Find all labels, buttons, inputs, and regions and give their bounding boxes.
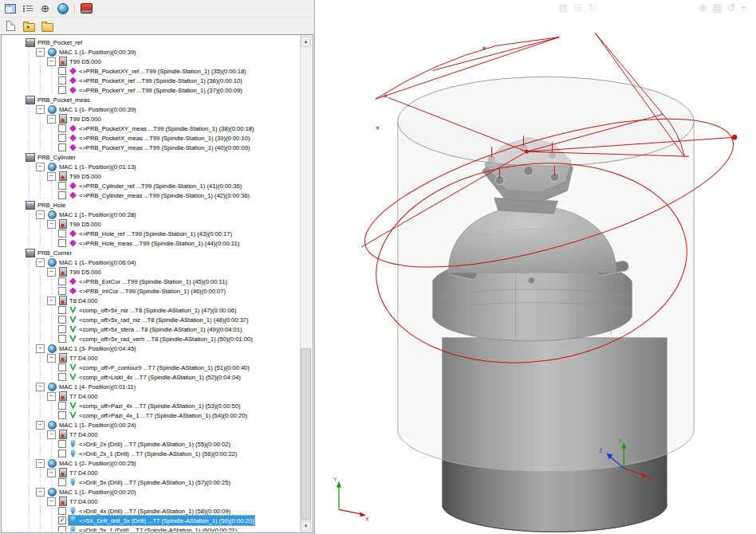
tree-node[interactable]: PRB_Pocket_ref — [25, 37, 83, 47]
tree-row[interactable]: −MAC 1 (1- Position)(0:00:24) — [4, 420, 301, 430]
tree-node[interactable]: MAC 1 (4- Position)(0:01:11) — [47, 382, 136, 391]
tree-row[interactable]: −T99 D5.000 — [4, 171, 301, 181]
tree-node[interactable]: <>Drill_5x (Drill) ...T7 (Spindle-AStati… — [69, 477, 231, 487]
checkbox[interactable] — [58, 77, 66, 84]
tree-node[interactable]: MAC 1 (1- Position)(0:00:39) — [47, 104, 137, 114]
scrollbar[interactable]: ▲ ▼ — [300, 36, 312, 532]
tree-node[interactable]: <comp_off>F_contour9 ...T7 (Spindle-ASta… — [69, 363, 250, 372]
operations-list-button[interactable] — [20, 2, 35, 15]
new-document-button[interactable] — [3, 20, 18, 33]
expander-icon[interactable]: − — [47, 172, 56, 181]
tree-node[interactable]: T7 D4.000 — [58, 430, 98, 439]
tree-node[interactable]: <>PRB_PocketY_ref ...T99 (Spindle-Statio… — [69, 85, 243, 95]
tree-node[interactable]: MAC 1 (1- Position)(0:00:28) — [47, 210, 137, 219]
tree-row[interactable]: <comp_off>Pazi_4x ...T7 (Spindle-AStatio… — [4, 401, 301, 410]
checkbox[interactable] — [58, 67, 66, 75]
tree-row[interactable]: <>PRB_PocketX_ref ...T99 (Spindle-Statio… — [4, 76, 301, 85]
tree-node[interactable]: <>Drill_5x_1 (Drill) ...T7 (Spindle-ASta… — [69, 525, 238, 532]
checkbox[interactable] — [58, 450, 66, 457]
expander-icon[interactable]: − — [47, 497, 56, 506]
checkbox[interactable] — [58, 124, 66, 132]
checkbox[interactable] — [58, 287, 66, 295]
tree-row[interactable]: <>Drill_4x (Drill) ...T7 (Spindle-AStati… — [4, 506, 301, 516]
checkbox[interactable] — [58, 402, 66, 410]
tree-node[interactable]: T99 D5.000 — [58, 219, 102, 229]
tree-row[interactable]: −MAC 1 (4- Position)(0:01:11) — [4, 382, 301, 391]
scroll-thumb[interactable] — [301, 348, 311, 520]
tree-node[interactable]: T99 D5.000 — [58, 57, 102, 66]
tree-node[interactable]: <comp_off>5x_rad_verh ...T8 (Spindle-ASt… — [69, 334, 254, 344]
checkbox[interactable] — [58, 526, 66, 532]
tree-row[interactable]: −MAC 1 (1- Position)(0:00:20) — [4, 487, 301, 497]
expander-icon[interactable]: − — [47, 115, 56, 124]
checkbox[interactable] — [58, 363, 66, 371]
tree-node[interactable]: <comp_off>Pazi_4x_1 ...T7 (Spindle-AStat… — [69, 410, 248, 420]
checkbox[interactable] — [58, 335, 66, 343]
world-view-button[interactable] — [55, 2, 70, 15]
tree-row[interactable]: <>PRB_Hole_ref ...T99 (Spindle-Station_1… — [4, 229, 301, 238]
tree-node[interactable]: <comp_off>Liski_4x ...T7 (Spindle-AStati… — [69, 372, 242, 382]
operations-tree[interactable]: PRB_Pocket_ref−MAC 1 (1- Position)(0:00:… — [2, 36, 301, 532]
tree-node[interactable]: <>Drill_4x (Drill) ...T7 (Spindle-AStati… — [69, 506, 231, 516]
tree-row[interactable]: −T7 D4.000 — [4, 430, 301, 439]
open-folder-button[interactable] — [22, 20, 37, 33]
tree-node[interactable]: <>PRB_PocketY_meas ...T99 (Spindle-Stati… — [69, 143, 250, 152]
tree-row[interactable]: −MAC 1 (1- Position)(0:00:39) — [4, 47, 301, 57]
expander-icon[interactable]: − — [36, 459, 45, 468]
3d-canvas[interactable]: * * * Y X Z Y — [315, 0, 756, 534]
tree-row[interactable]: −MAC 1 (1- Position)(0:00:28) — [4, 210, 301, 219]
checkbox[interactable] — [58, 230, 66, 238]
tree-row[interactable]: <>PRB_PocketXY_meas ...T99 (Spindle-Stat… — [4, 124, 301, 133]
tree-node[interactable]: PRB_Hole — [25, 200, 66, 210]
tree-row[interactable]: <comp_off>5x_niz ...T8 (Spindle-AStation… — [4, 305, 301, 315]
folder-button[interactable] — [40, 20, 55, 33]
tree-node[interactable]: <comp_off>Pazi_4x ...T7 (Spindle-AStatio… — [69, 401, 241, 410]
tree-node[interactable]: PRB_Corner — [25, 248, 73, 257]
checkbox[interactable] — [58, 134, 66, 142]
tree-row[interactable]: −T7 D4.000 — [4, 468, 301, 477]
checkbox[interactable] — [58, 316, 66, 324]
tree-node[interactable]: <>PRB_PocketX_ref ...T99 (Spindle-Statio… — [69, 76, 243, 85]
tree-row[interactable]: <comp_off>Pazi_4x_1 ...T7 (Spindle-AStat… — [4, 410, 301, 420]
tree-row[interactable]: <>Drill_2x (Drill) ...T7 (Spindle-AStati… — [4, 439, 301, 449]
tree-row[interactable]: −MAC 1 (3- Position)(0:04:45) — [4, 344, 301, 353]
checkbox[interactable] — [58, 411, 66, 419]
ghost-tool-icon[interactable]: ▤ — [712, 2, 726, 14]
tree-node[interactable]: MAC 1 (1- Position)(0:00:20) — [47, 487, 137, 497]
tree-node[interactable]: MAC 1 (1- Position)(0:00:39) — [47, 47, 137, 57]
tree-row[interactable]: −MAC 1 (1- Position)(0:00:39) — [4, 104, 301, 114]
tree-node[interactable]: T99 D5.000 — [58, 171, 102, 181]
expander-icon[interactable]: − — [47, 392, 56, 401]
expander-icon[interactable]: − — [36, 488, 45, 497]
tree-node[interactable]: <>PRB_Cylinder_meas ...T99 (Spindle-Stat… — [69, 190, 250, 200]
tree-node[interactable]: <>Drill_2x_1 (Drill) ...T7 (Spindle-ASta… — [69, 449, 238, 458]
tree-row[interactable]: <>PRB_ExtCor ...T99 (Spindle-Station_1) … — [4, 277, 301, 286]
checkbox[interactable] — [58, 182, 66, 190]
checkbox[interactable] — [58, 239, 66, 247]
checkbox[interactable] — [58, 277, 66, 285]
tree-row[interactable]: ✓<>5X_Drill_drill_5x (Drill) ...T7 (Spin… — [4, 516, 301, 525]
expander-icon[interactable]: − — [47, 268, 56, 277]
tree-node[interactable]: <comp_off>5x_sfera ...T8 (Spindle-AStati… — [69, 324, 243, 334]
tree-node[interactable]: MAC 1 (3- Position)(0:04:45) — [47, 344, 137, 353]
expander-icon[interactable]: − — [36, 383, 45, 391]
tree-row[interactable]: PRB_Hole — [4, 200, 301, 210]
tree-row[interactable]: <comp_off>5x_sfera ...T8 (Spindle-AStati… — [4, 324, 301, 334]
tree-row[interactable]: −MAC 1 (1- Position)(0:06:04) — [4, 257, 301, 267]
tree-row[interactable]: −T7 D4.000 — [4, 391, 301, 401]
tree-row[interactable]: <>PRB_PocketXY_ref ...T99 (Spindle-Stati… — [4, 66, 301, 76]
expander-icon[interactable]: − — [47, 296, 56, 305]
tree-node[interactable]: <>PRB_PocketXY_meas ...T99 (Spindle-Stat… — [69, 124, 255, 133]
tree-row[interactable]: −MAC 1 (2- Position)(0:00:25) — [4, 458, 301, 468]
tree-row[interactable]: −MAC 1 (1- Position)(0:01:13) — [4, 162, 301, 171]
tree-row[interactable]: <comp_off>Liski_4x ...T7 (Spindle-AStati… — [4, 372, 301, 382]
tree-node[interactable]: MAC 1 (2- Position)(0:00:25) — [47, 458, 137, 468]
tree-row[interactable]: <>Drill_2x_1 (Drill) ...T7 (Spindle-ASta… — [4, 449, 301, 458]
tree-row[interactable]: <>PRB_PocketY_ref ...T99 (Spindle-Statio… — [4, 85, 301, 95]
checkbox[interactable] — [58, 478, 66, 486]
checkbox[interactable] — [58, 440, 66, 448]
tree-node[interactable]: MAC 1 (1- Position)(0:00:24) — [47, 420, 137, 430]
tree-node[interactable]: <>PRB_Hole_ref ...T99 (Spindle-Station_1… — [69, 229, 233, 238]
ghost-tool-icon[interactable]: ⊞ — [573, 2, 588, 14]
tree-node[interactable]: T7 D4.000 — [58, 391, 98, 401]
